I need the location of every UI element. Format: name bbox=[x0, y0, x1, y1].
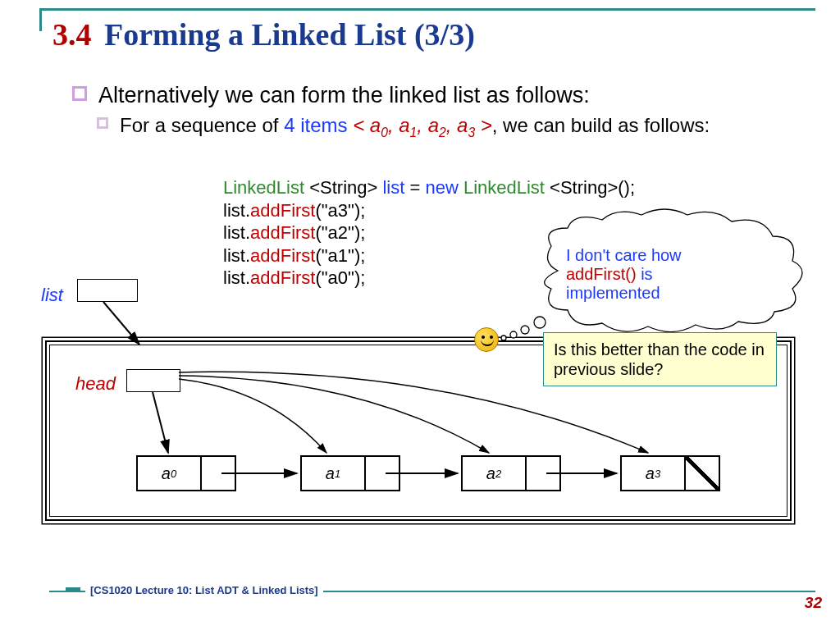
bullet1-text: Alternatively we can form the linked lis… bbox=[98, 82, 590, 108]
footer-dash bbox=[66, 587, 80, 591]
node-a2: a2 bbox=[461, 455, 561, 491]
bullet-level-2: For a sequence of 4 items < a0, a1, a2, … bbox=[97, 115, 799, 139]
top-rule-corner bbox=[39, 8, 42, 31]
thought-bubble-text: I don't care how addFirst() is implement… bbox=[566, 246, 755, 303]
code-call: list.addFirst("a2"); bbox=[223, 221, 635, 244]
head-label: head bbox=[75, 373, 116, 395]
bullet2-text: For a sequence of 4 items < a0, a1, a2, … bbox=[120, 115, 710, 139]
slide-title: 3.4 Forming a Linked List (3/3) bbox=[52, 16, 475, 52]
section-number: 3.4 bbox=[52, 17, 92, 52]
bullet-level-1: Alternatively we can form the linked lis… bbox=[72, 82, 799, 108]
code-declaration: LinkedList <String> list = new LinkedLis… bbox=[223, 176, 635, 199]
bullet-icon bbox=[72, 86, 87, 101]
page-number: 32 bbox=[805, 594, 822, 612]
svg-point-8 bbox=[501, 336, 506, 340]
node-a1: a1 bbox=[300, 455, 400, 491]
svg-line-0 bbox=[103, 302, 139, 345]
footer-text: [CS1020 Lecture 10: List ADT & Linked Li… bbox=[85, 584, 323, 596]
node-a0: a0 bbox=[136, 455, 236, 491]
list-label: list bbox=[41, 285, 63, 306]
bullet-icon bbox=[97, 117, 108, 129]
list-variable-box bbox=[77, 279, 138, 302]
svg-point-6 bbox=[521, 326, 529, 334]
slide: 3.4 Forming a Linked List (3/3) Alternat… bbox=[0, 0, 840, 630]
svg-point-5 bbox=[534, 317, 546, 328]
top-rule bbox=[39, 8, 815, 11]
svg-point-7 bbox=[510, 331, 517, 338]
node-a3: a3 bbox=[620, 455, 720, 491]
title-text: Forming a Linked List (3/3) bbox=[104, 17, 475, 52]
question-callout: Is this better than the code in previous… bbox=[543, 332, 777, 386]
smiley-icon bbox=[474, 327, 499, 352]
code-call: list.addFirst("a3"); bbox=[223, 199, 635, 222]
bullet-list: Alternatively we can form the linked lis… bbox=[72, 82, 799, 139]
head-pointer-box bbox=[126, 369, 180, 392]
